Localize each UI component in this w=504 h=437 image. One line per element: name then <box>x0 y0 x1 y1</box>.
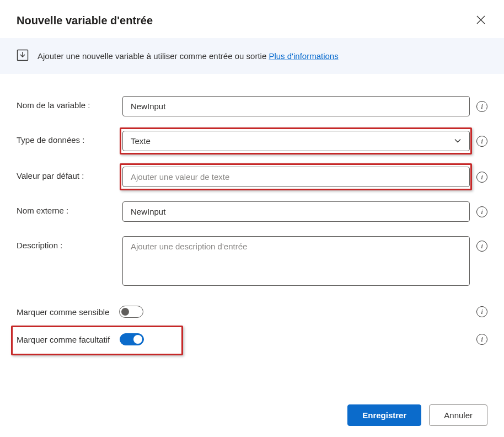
optional-toggle[interactable] <box>120 333 144 345</box>
dialog-header: Nouvelle variable d'entrée <box>0 0 504 38</box>
dialog-title: Nouvelle variable d'entrée <box>17 14 153 27</box>
row-default-value: Valeur par défaut : <box>17 167 487 187</box>
close-icon <box>476 15 485 24</box>
info-icon[interactable] <box>476 136 487 147</box>
banner-message: Ajouter une nouvelle variable à utiliser… <box>37 51 269 61</box>
info-icon[interactable] <box>476 334 487 345</box>
label-data-type: Type de données : <box>17 131 122 145</box>
close-button[interactable] <box>474 13 487 28</box>
info-icon[interactable] <box>476 206 487 217</box>
info-banner: Ajouter une nouvelle variable à utiliser… <box>0 38 504 74</box>
row-data-type: Type de données : Texte <box>17 131 487 151</box>
external-name-input[interactable] <box>122 201 470 222</box>
label-variable-name: Nom de la variable : <box>17 96 122 110</box>
label-description: Description : <box>17 236 122 250</box>
row-sensitive: Marquer comme sensible <box>17 306 487 318</box>
more-info-link[interactable]: Plus d'informations <box>269 51 338 61</box>
info-icon[interactable] <box>476 172 487 183</box>
input-variable-icon <box>17 49 29 63</box>
default-value-input[interactable] <box>122 167 470 187</box>
banner-text: Ajouter une nouvelle variable à utiliser… <box>37 51 339 61</box>
info-icon[interactable] <box>476 306 487 317</box>
row-description: Description : <box>17 236 487 286</box>
data-type-select[interactable]: Texte <box>122 131 470 151</box>
label-sensitive: Marquer comme sensible <box>17 307 109 317</box>
variable-name-input[interactable] <box>122 96 470 116</box>
label-external-name: Nom externe : <box>17 201 122 215</box>
save-button[interactable]: Enregistrer <box>347 404 421 426</box>
description-input[interactable] <box>122 236 470 286</box>
dialog-footer: Enregistrer Annuler <box>347 404 487 426</box>
label-optional: Marquer comme facultatif <box>17 335 110 344</box>
row-external-name: Nom externe : <box>17 201 487 222</box>
row-optional: Marquer comme facultatif <box>17 333 487 345</box>
cancel-button[interactable]: Annuler <box>429 404 487 426</box>
label-default-value: Valeur par défaut : <box>17 167 122 180</box>
form-area: Nom de la variable : Type de données : T… <box>0 74 504 372</box>
info-icon[interactable] <box>476 101 487 112</box>
sensitive-toggle[interactable] <box>119 306 143 318</box>
info-icon[interactable] <box>476 241 487 252</box>
row-variable-name: Nom de la variable : <box>17 96 487 116</box>
